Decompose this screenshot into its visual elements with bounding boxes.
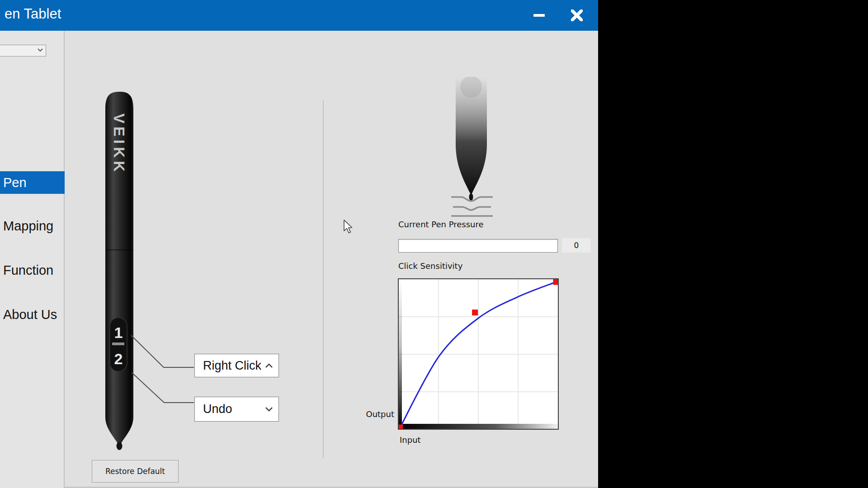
- device-dropdown[interactable]: [0, 45, 46, 56]
- curve-control-point[interactable]: [472, 310, 478, 315]
- pressure-level-bar: [398, 239, 558, 253]
- curve-control-point[interactable]: [399, 425, 403, 429]
- sidebar: Pen Mapping Function About Us: [0, 31, 65, 488]
- pressure-value: 0: [562, 238, 591, 253]
- chevron-down-icon: [38, 48, 43, 52]
- panel-divider: [323, 100, 324, 458]
- callout-line-button1: [131, 335, 194, 367]
- pen-tip-body: [456, 77, 487, 195]
- rocker-divider: [112, 343, 124, 345]
- chevron-up-icon: [265, 363, 273, 368]
- input-axis-gradient: [399, 424, 558, 429]
- button2-action-value: Undo: [195, 402, 265, 416]
- click-sensitivity-label: Click Sensitivity: [398, 261, 462, 271]
- pen-button-2-label: 2: [114, 350, 123, 367]
- sensitivity-curve-canvas: [399, 279, 558, 429]
- curve-control-point[interactable]: [553, 279, 558, 285]
- pen-pressure-illustration: [448, 77, 497, 221]
- sensitivity-graph[interactable]: [398, 278, 559, 430]
- window-title: en Tablet: [5, 0, 61, 31]
- current-pen-pressure-label: Current Pen Pressure: [398, 220, 484, 229]
- chevron-down-icon: [265, 407, 273, 412]
- input-axis-label: Input: [400, 435, 421, 445]
- surface-line-2: [453, 207, 491, 210]
- button1-action-value: Right Click: [195, 359, 265, 373]
- button2-action-select[interactable]: Undo: [194, 397, 279, 422]
- titlebar[interactable]: en Tablet: [0, 0, 598, 31]
- desktop: en Tablet Pen Mapping: [0, 0, 868, 488]
- button1-action-select[interactable]: Right Click: [194, 354, 279, 377]
- pen-tip-nib: [469, 193, 473, 201]
- minimize-button[interactable]: [525, 3, 554, 28]
- mouse-cursor-icon: [344, 220, 355, 235]
- pen-button-1-label: 1: [114, 324, 123, 341]
- pen-brand-logo: VEIKK: [111, 113, 127, 175]
- sidebar-item-function[interactable]: Function: [0, 259, 65, 282]
- restore-default-button[interactable]: Restore Default: [92, 460, 179, 483]
- close-button[interactable]: [562, 3, 591, 28]
- close-icon: [571, 9, 583, 21]
- sidebar-item-mapping[interactable]: Mapping: [0, 215, 65, 237]
- pen-tablet-window: en Tablet Pen Mapping: [0, 0, 598, 488]
- minimize-icon: [533, 14, 546, 17]
- pen-nib: [117, 442, 123, 450]
- sidebar-item-pen[interactable]: Pen: [0, 171, 65, 194]
- callout-line-button2: [132, 373, 194, 403]
- grid-lines: [399, 279, 558, 424]
- output-axis-gradient: [399, 279, 402, 429]
- output-axis-label: Output: [349, 409, 394, 419]
- sidebar-item-about-us[interactable]: About Us: [0, 303, 65, 326]
